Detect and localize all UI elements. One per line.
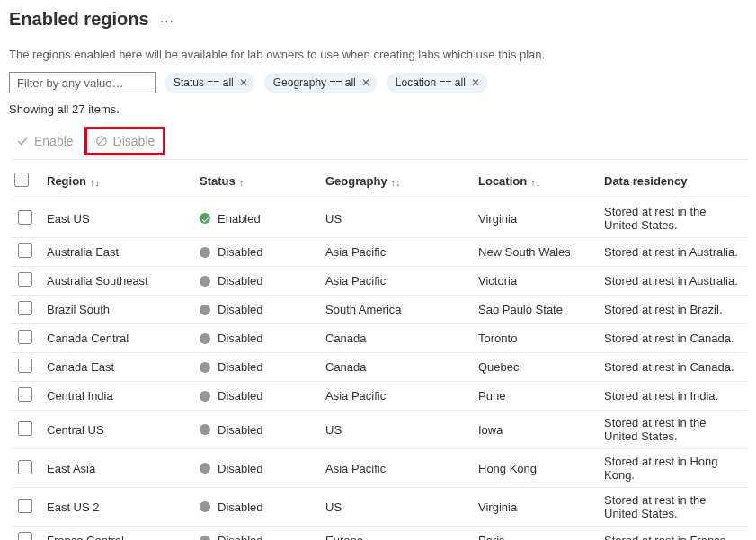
cell-location: Virginia — [473, 199, 599, 238]
cell-residency: Stored at rest in Brazil. — [599, 296, 747, 324]
column-header-geography[interactable]: Geography↑↓ — [320, 164, 473, 199]
more-menu-button[interactable]: ··· — [160, 14, 174, 29]
cell-geography: Canada — [320, 324, 473, 353]
cell-geography: Asia Pacific — [320, 382, 473, 411]
disable-button[interactable]: Disable — [88, 130, 163, 152]
cell-region: East Asia — [41, 449, 194, 488]
sort-icon: ↑↓ — [391, 177, 401, 188]
cell-location: Sao Paulo State — [473, 296, 599, 324]
table-row[interactable]: Canada CentralDisabledCanadaTorontoStore… — [9, 324, 747, 353]
close-icon[interactable]: ✕ — [239, 76, 248, 89]
cell-location: Paris — [473, 527, 599, 541]
status-enabled-icon — [200, 213, 210, 224]
status-disabled-icon — [200, 247, 210, 258]
enable-button[interactable]: Enable — [9, 130, 81, 152]
cell-location: Virginia — [473, 488, 599, 527]
table-row[interactable]: Central USDisabledUSIowaStored at rest i… — [9, 411, 747, 449]
table-row[interactable]: East AsiaDisabledAsia PacificHong KongSt… — [9, 449, 747, 488]
row-checkbox[interactable] — [18, 272, 32, 287]
check-icon — [16, 135, 29, 147]
column-header-status[interactable]: Status↑ — [194, 164, 320, 199]
sort-icon: ↑↓ — [90, 177, 100, 188]
cell-residency: Stored at rest in the United States. — [599, 411, 747, 449]
items-count: Showing all 27 items. — [9, 102, 747, 116]
status-disabled-icon — [200, 463, 210, 474]
status-disabled-icon — [200, 536, 210, 541]
status-disabled-icon — [200, 501, 210, 512]
cell-geography: South America — [320, 296, 473, 324]
cell-status: Disabled — [218, 245, 263, 259]
filter-input[interactable] — [9, 72, 156, 93]
table-row[interactable]: Australia EastDisabledAsia PacificNew So… — [9, 238, 747, 267]
table-row[interactable]: Brazil SouthDisabledSouth AmericaSao Pau… — [9, 296, 747, 324]
column-header-location[interactable]: Location↑↓ — [473, 164, 599, 199]
cell-residency: Stored at rest in France. — [599, 527, 747, 541]
prohibit-icon — [95, 135, 108, 147]
table-row[interactable]: France CentralDisabledEuropeParisStored … — [9, 527, 747, 541]
cell-status: Disabled — [218, 389, 263, 403]
row-checkbox[interactable] — [18, 301, 32, 315]
cell-region: Central US — [41, 411, 194, 449]
row-checkbox[interactable] — [18, 499, 32, 513]
regions-table: Region↑↓ Status↑ Geography↑↓ Location↑↓ … — [9, 164, 747, 540]
cell-region: France Central — [41, 527, 194, 541]
cell-region: Australia Southeast — [41, 267, 194, 296]
cell-region: Central India — [41, 382, 194, 411]
table-row[interactable]: East US 2DisabledUSVirginiaStored at res… — [9, 488, 747, 527]
filter-pill[interactable]: Location == all✕ — [387, 73, 487, 93]
enable-label: Enable — [34, 134, 74, 148]
filter-pill-label: Status == all — [173, 76, 234, 89]
filter-pill[interactable]: Status == all✕ — [165, 73, 255, 93]
row-checkbox[interactable] — [18, 359, 32, 373]
filter-pill-label: Location == all — [396, 76, 466, 89]
column-header-region[interactable]: Region↑↓ — [41, 164, 194, 199]
table-row[interactable]: Australia SoutheastDisabledAsia PacificV… — [9, 267, 747, 296]
cell-geography: Asia Pacific — [320, 449, 473, 488]
cell-location: Hong Kong — [473, 449, 599, 488]
cell-location: Victoria — [473, 267, 599, 296]
cell-residency: Stored at rest in Australia. — [599, 267, 747, 296]
cell-residency: Stored at rest in the United States. — [599, 488, 747, 527]
page-description: The regions enabled here will be availab… — [9, 48, 747, 61]
row-checkbox[interactable] — [18, 421, 32, 436]
row-checkbox[interactable] — [18, 330, 32, 344]
sort-icon: ↑↓ — [530, 177, 540, 188]
filter-pill[interactable]: Geography == all✕ — [264, 73, 378, 93]
cell-location: Pune — [473, 382, 599, 411]
cell-location: Iowa — [473, 411, 599, 449]
status-disabled-icon — [200, 305, 210, 315]
cell-status: Disabled — [218, 462, 263, 475]
row-checkbox[interactable] — [18, 532, 32, 540]
cell-status: Disabled — [218, 423, 263, 437]
row-checkbox[interactable] — [18, 210, 32, 225]
cell-status: Disabled — [218, 500, 263, 514]
table-row[interactable]: East USEnabledUSVirginiaStored at rest i… — [9, 199, 747, 238]
cell-region: Brazil South — [41, 296, 194, 324]
svg-line-1 — [98, 137, 104, 144]
cell-status: Disabled — [218, 303, 263, 316]
row-checkbox[interactable] — [18, 387, 32, 402]
cell-geography: US — [320, 488, 473, 527]
filter-pill-label: Geography == all — [273, 76, 356, 89]
cell-residency: Stored at rest in Canada. — [599, 324, 747, 353]
close-icon[interactable]: ✕ — [361, 76, 370, 89]
status-disabled-icon — [200, 362, 210, 373]
status-disabled-icon — [200, 391, 210, 402]
cell-region: East US — [41, 199, 194, 238]
column-header-residency[interactable]: Data residency — [599, 164, 747, 199]
row-checkbox[interactable] — [18, 243, 32, 258]
cell-status: Disabled — [218, 332, 263, 345]
status-disabled-icon — [200, 276, 210, 287]
cell-geography: US — [320, 199, 473, 238]
action-toolbar: Enable Disable — [9, 123, 747, 160]
cell-geography: Asia Pacific — [320, 267, 473, 296]
cell-region: Canada East — [41, 353, 194, 382]
row-checkbox[interactable] — [18, 460, 32, 474]
cell-residency: Stored at rest in Australia. — [599, 238, 747, 267]
close-icon[interactable]: ✕ — [471, 76, 480, 89]
table-row[interactable]: Central IndiaDisabledAsia PacificPuneSto… — [9, 382, 747, 411]
table-row[interactable]: Canada EastDisabledCanadaQuebecStored at… — [9, 353, 747, 382]
select-all-checkbox[interactable] — [14, 173, 29, 187]
cell-geography: Canada — [320, 353, 473, 382]
cell-region: Canada Central — [41, 324, 194, 353]
